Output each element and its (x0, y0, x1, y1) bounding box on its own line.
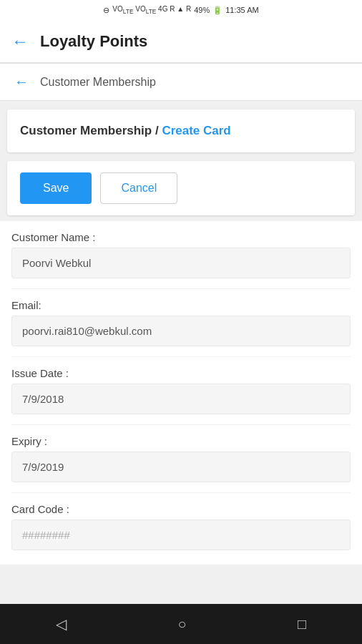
nav-recent-button[interactable]: □ (298, 616, 306, 633)
breadcrumb-link[interactable]: Create Card (162, 124, 230, 137)
card-code-field: Card Code : (0, 493, 362, 565)
breadcrumb-static: Customer Membership / (20, 124, 162, 137)
email-input[interactable] (11, 316, 351, 346)
issue-date-label: Issue Date : (11, 367, 351, 379)
breadcrumb-card: Customer Membership / Create Card (7, 109, 355, 152)
app-bar-title: Loyalty Points (40, 32, 147, 51)
action-buttons-card: Save Cancel (7, 161, 355, 215)
do-not-disturb-icon: ⊖ (103, 6, 109, 15)
status-bar: ⊖ VOLTE VOLTE 4G R ▲ R 49% 🔋 11:35 AM (0, 0, 362, 20)
form-section: Customer Name : Email: Issue Date : Expi… (0, 221, 362, 565)
customer-name-input[interactable] (11, 248, 351, 278)
card-code-label: Card Code : (11, 503, 351, 515)
expiry-label: Expiry : (11, 435, 351, 447)
sub-header-back-button[interactable]: ← (14, 74, 29, 90)
expiry-field: Expiry : (0, 425, 362, 493)
email-field: Email: (0, 289, 362, 357)
sub-header-title: Customer Membership (40, 76, 156, 89)
email-label: Email: (11, 299, 351, 311)
status-icons: ⊖ VOLTE VOLTE 4G R ▲ R 49% 🔋 11:35 AM (103, 5, 258, 15)
app-bar: ← Loyalty Points (0, 20, 362, 63)
expiry-input[interactable] (11, 452, 351, 482)
app-bar-back-button[interactable]: ← (11, 31, 29, 52)
nav-back-button[interactable]: ◁ (56, 615, 67, 633)
sub-header: ← Customer Membership (0, 64, 362, 101)
cancel-button[interactable]: Cancel (100, 172, 177, 204)
customer-name-label: Customer Name : (11, 231, 351, 243)
issue-date-input[interactable] (11, 384, 351, 414)
issue-date-field: Issue Date : (0, 357, 362, 425)
save-button[interactable]: Save (20, 172, 92, 204)
nav-bar: ◁ ○ □ (0, 604, 362, 644)
card-code-input[interactable] (11, 519, 351, 550)
nav-home-button[interactable]: ○ (177, 616, 186, 633)
customer-name-field: Customer Name : (0, 221, 362, 289)
breadcrumb-text: Customer Membership / Create Card (20, 124, 231, 137)
network-icons: VOLTE VOLTE 4G R ▲ R (112, 5, 191, 15)
battery-percent: 49% (194, 6, 210, 14)
time: 11:35 AM (225, 6, 258, 14)
battery-icon: 🔋 (212, 6, 222, 15)
